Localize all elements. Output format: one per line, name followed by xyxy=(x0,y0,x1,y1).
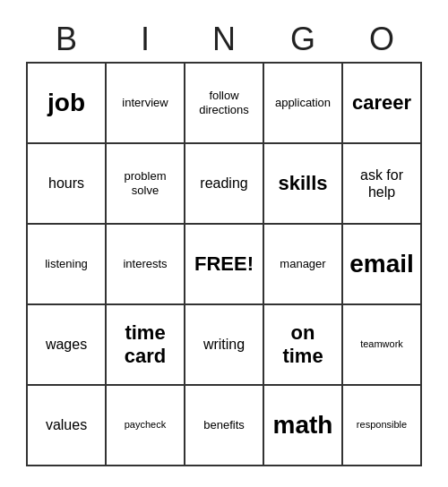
header-letter: O xyxy=(342,21,421,58)
header-letter: G xyxy=(263,21,342,58)
bingo-cell-r0-c2: follow directions xyxy=(185,64,264,144)
bingo-cell-r4-c2: benefits xyxy=(185,386,264,466)
bingo-cell-r0-c0: job xyxy=(28,64,107,144)
bingo-cell-r1-c3: skills xyxy=(264,144,343,225)
bingo-cell-r2-c3: manager xyxy=(264,225,343,305)
bingo-cell-r0-c1: interview xyxy=(107,64,185,144)
bingo-header: BINGO xyxy=(27,21,421,58)
bingo-cell-r4-c0: values xyxy=(28,386,107,466)
bingo-cell-r4-c3: math xyxy=(264,386,343,466)
bingo-grid: jobinterviewfollow directionsapplication… xyxy=(26,62,422,466)
bingo-cell-r4-c4: responsible xyxy=(343,386,422,466)
bingo-cell-r3-c4: teamwork xyxy=(343,305,422,386)
bingo-cell-r0-c3: application xyxy=(264,64,343,144)
bingo-cell-r2-c0: listening xyxy=(28,225,107,305)
bingo-card: BINGO jobinterviewfollow directionsappli… xyxy=(17,12,431,475)
bingo-cell-r1-c2: reading xyxy=(185,144,264,225)
bingo-cell-r3-c3: on time xyxy=(264,305,343,386)
bingo-cell-r2-c2: FREE! xyxy=(185,225,264,305)
bingo-cell-r2-c1: interests xyxy=(107,225,185,305)
header-letter: B xyxy=(27,21,106,58)
bingo-cell-r1-c1: problem solve xyxy=(107,144,185,225)
bingo-cell-r1-c0: hours xyxy=(28,144,107,225)
bingo-cell-r2-c4: email xyxy=(343,225,422,305)
header-letter: N xyxy=(185,21,263,58)
bingo-cell-r1-c4: ask for help xyxy=(343,144,422,225)
bingo-cell-r3-c1: time card xyxy=(107,305,185,386)
bingo-cell-r0-c4: career xyxy=(343,64,422,144)
bingo-cell-r3-c2: writing xyxy=(185,305,264,386)
header-letter: I xyxy=(106,21,185,58)
bingo-cell-r4-c1: paycheck xyxy=(107,386,185,466)
bingo-cell-r3-c0: wages xyxy=(28,305,107,386)
